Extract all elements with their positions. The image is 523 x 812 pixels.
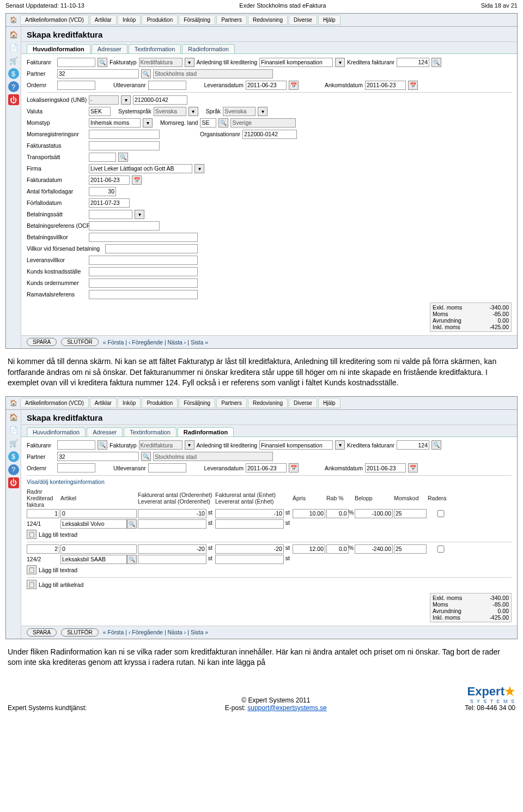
rab-input[interactable] [326, 509, 349, 518]
lokaliseringskod-input[interactable] [133, 95, 187, 105]
add-artikelrad-link[interactable]: Lägg till artikelrad [39, 581, 83, 588]
lokaliseringskod-select[interactable] [89, 95, 119, 105]
spara-button[interactable]: SPARA [27, 628, 57, 637]
valuta-input[interactable] [89, 107, 111, 116]
apris-input[interactable] [293, 509, 325, 518]
slutfor-button[interactable]: SLUTFÖR [61, 338, 99, 346]
calendar-icon[interactable]: 📅 [132, 175, 142, 185]
apris-input[interactable] [293, 544, 325, 554]
footer-email-link[interactable]: support@expertsystems.se [247, 704, 327, 712]
document-icon[interactable]: 📄 [8, 42, 19, 53]
menu-tab[interactable]: Artiklar [90, 15, 117, 25]
ankomstdatum-input[interactable] [365, 463, 406, 472]
sprak-select[interactable] [223, 107, 256, 116]
radera-checkbox[interactable] [430, 546, 452, 553]
ordernr-input[interactable] [57, 81, 95, 90]
kreditera-fakturanr-input[interactable] [397, 440, 429, 450]
menu-tab[interactable]: Produktion [142, 398, 178, 408]
tab-textinformation[interactable]: Textinformation [124, 427, 177, 437]
slutfor-button[interactable]: SLUTFÖR [61, 628, 99, 637]
add-textrad-link[interactable]: Lägg till textrad [39, 567, 77, 573]
fakturastatus-input[interactable] [89, 141, 160, 150]
fakt-order-input[interactable] [138, 509, 206, 518]
chevron-down-icon[interactable]: ▾ [185, 440, 194, 450]
dollar-icon[interactable]: $ [8, 451, 19, 462]
utleveransnr-input[interactable] [148, 81, 186, 90]
momsregistreringsnr-input[interactable] [89, 130, 160, 139]
chevron-down-icon[interactable]: ▾ [121, 95, 131, 105]
leveransdatum-input[interactable] [246, 81, 287, 90]
fakturadatum-input[interactable] [89, 175, 130, 185]
cart-icon[interactable]: 🛒 [8, 438, 19, 449]
antal-forfallodagar-input[interactable] [89, 187, 116, 196]
firma-select[interactable] [89, 164, 192, 173]
calendar-icon[interactable]: 📅 [289, 81, 299, 90]
menu-tab[interactable]: Inköp [118, 15, 141, 25]
menu-tab[interactable]: Partners [216, 398, 247, 408]
lev-enh-input[interactable] [215, 519, 284, 529]
menu-tab[interactable]: Inköp [118, 398, 141, 408]
chevron-down-icon[interactable]: ▾ [335, 58, 345, 67]
menu-tab[interactable]: Försäljning [179, 398, 215, 408]
menu-tab[interactable]: Produktion [142, 15, 178, 25]
anledning-select[interactable] [259, 58, 333, 67]
home-icon[interactable]: 🏠 [8, 398, 19, 408]
lev-enh-input[interactable] [215, 555, 284, 564]
home-icon[interactable]: 🏠 [8, 29, 19, 40]
kunds-ordernummer-input[interactable] [89, 278, 198, 288]
tab-textinformation[interactable]: Textinformation [129, 44, 181, 53]
momsreg-land-input[interactable] [200, 118, 216, 128]
menu-tab[interactable]: Diverse [289, 15, 317, 25]
calendar-icon[interactable]: 📅 [408, 81, 418, 90]
menu-tab[interactable]: Försäljning [179, 15, 215, 25]
betalningssatt-select[interactable] [89, 210, 132, 219]
ordernr-input[interactable] [57, 463, 95, 472]
transportsatt-input[interactable] [89, 153, 116, 162]
help-icon[interactable]: ? [8, 464, 19, 475]
artikelname-input[interactable] [60, 519, 127, 529]
menu-tab[interactable]: Artikelinformation (VCD) [20, 398, 89, 408]
document-icon[interactable]: 📄 [8, 425, 19, 436]
help-icon[interactable]: ? [8, 81, 19, 92]
menu-tab[interactable]: Artiklar [90, 398, 117, 408]
fakt-order-input[interactable] [138, 544, 206, 554]
betalningsvillkor-input[interactable] [89, 233, 198, 242]
artikelname-input[interactable] [60, 555, 127, 564]
menu-tab[interactable]: Diverse [289, 398, 317, 408]
organisationsnr-input[interactable] [242, 130, 297, 139]
search-icon[interactable]: 🔍 [141, 452, 151, 461]
ocr-input[interactable] [89, 221, 160, 231]
search-icon[interactable]: 🔍 [431, 440, 441, 450]
momskod-input[interactable] [394, 509, 427, 518]
tab-radinformation[interactable]: Radinformation [182, 44, 235, 53]
chevron-down-icon[interactable]: ▾ [194, 164, 204, 173]
spara-button[interactable]: SPARA [27, 338, 57, 346]
dollar-icon[interactable]: $ [8, 68, 19, 79]
lev-order-input[interactable] [138, 555, 206, 564]
momstyp-select[interactable] [89, 118, 141, 128]
artikelnr-input[interactable] [60, 509, 137, 518]
chevron-down-icon[interactable]: ▾ [335, 440, 345, 450]
utleveransnr-input[interactable] [148, 463, 186, 472]
add-icon[interactable]: 📋 [27, 565, 37, 574]
rab-input[interactable] [326, 544, 349, 554]
menu-tab[interactable]: Redovisning [248, 15, 288, 25]
fakturanr-input[interactable] [57, 440, 95, 450]
tab-adresser[interactable]: Adresser [92, 44, 127, 53]
chevron-down-icon[interactable]: ▾ [143, 118, 153, 128]
menu-tab[interactable]: Hjälp [318, 15, 340, 25]
anledning-select[interactable] [259, 440, 333, 450]
pagination-nav[interactable]: « Första | ‹ Föregående | Nästa › | Sist… [103, 629, 208, 635]
tab-adresser[interactable]: Adresser [87, 427, 123, 437]
leveransdatum-input[interactable] [246, 463, 287, 472]
calendar-icon[interactable]: 📅 [408, 463, 418, 472]
search-icon[interactable]: 🔍 [141, 69, 151, 78]
fakturanr-input[interactable] [57, 58, 95, 67]
belopp-input[interactable] [355, 509, 393, 518]
partner-input[interactable] [57, 69, 139, 78]
ramavtalsreferens-input[interactable] [89, 290, 198, 299]
leveransvillkor-input[interactable] [89, 256, 198, 265]
fakt-enh-input[interactable] [215, 509, 284, 518]
menu-tab[interactable]: Partners [216, 15, 247, 25]
search-icon[interactable]: 🔍 [118, 153, 128, 162]
